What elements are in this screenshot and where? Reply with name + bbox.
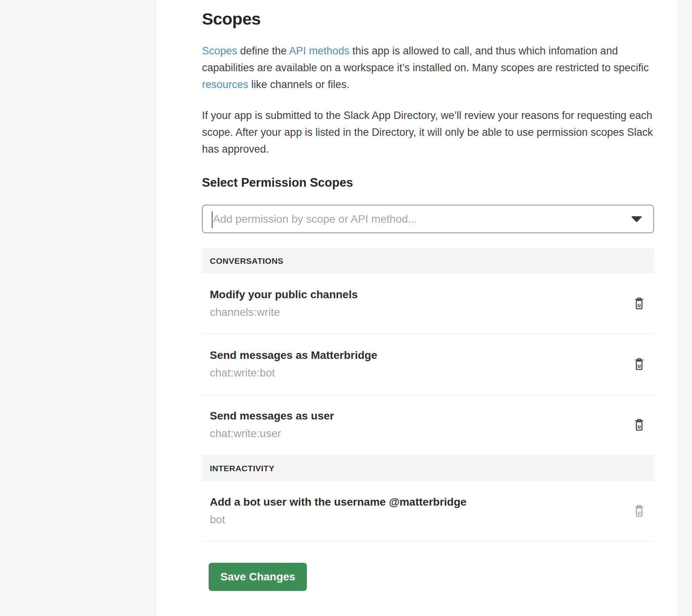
trash-icon	[634, 427, 645, 432]
inline-link[interactable]: resources	[202, 79, 249, 90]
scope-item-name: Modify your public channels	[210, 288, 358, 301]
scope-search-input[interactable]	[203, 205, 653, 232]
scope-item-id: chat:write:bot	[210, 366, 377, 380]
scope-item-id: bot	[210, 513, 467, 526]
delete-scope-button[interactable]	[634, 504, 645, 517]
scope-row: Modify your public channels channels:wri…	[202, 274, 654, 334]
section-header-label: CONVERSATIONS	[210, 256, 283, 266]
scope-item-id: chat:write:user	[210, 427, 334, 440]
app-window: Scopes Scopes define the API methods thi…	[0, 0, 692, 616]
section-header: INTERACTIVITY	[202, 456, 654, 481]
trash-icon	[634, 513, 645, 519]
left-sidebar	[0, 0, 156, 616]
scopes-panel: Scopes Scopes define the API methods thi…	[156, 0, 678, 616]
scope-texts: Modify your public channels channels:wri…	[210, 288, 358, 319]
trash-icon	[634, 366, 645, 372]
delete-scope-button[interactable]	[634, 418, 645, 431]
scope-texts: Add a bot user with the username @matter…	[210, 495, 467, 526]
scope-row: Send messages as Matterbridge chat:write…	[202, 334, 654, 395]
scope-row: Send messages as user chat:write:user	[202, 395, 654, 456]
scope-item-name: Send messages as user	[210, 409, 334, 423]
scope-item-name: Add a bot user with the username @matter…	[210, 495, 467, 509]
section-items: Modify your public channels channels:wri…	[202, 274, 654, 456]
inline-link[interactable]: API methods	[289, 45, 350, 57]
intro-paragraph-2: If your app is submitted to the Slack Ap…	[202, 107, 654, 158]
scope-texts: Send messages as Matterbridge chat:write…	[210, 348, 377, 380]
scope-row: Add a bot user with the username @matter…	[202, 481, 654, 542]
delete-scope-button[interactable]	[634, 358, 645, 371]
page-title: Scopes	[202, 9, 654, 29]
delete-scope-button[interactable]	[634, 297, 645, 310]
scope-texts: Send messages as user chat:write:user	[210, 409, 334, 440]
section-items: Add a bot user with the username @matter…	[202, 481, 654, 542]
chevron-down-icon[interactable]	[631, 216, 642, 222]
scope-item-name: Send messages as Matterbridge	[210, 348, 377, 362]
inline-link[interactable]: Scopes	[202, 45, 237, 57]
text-cursor	[212, 211, 213, 228]
trash-icon	[634, 305, 645, 311]
save-changes-button[interactable]: Save Changes	[209, 563, 307, 591]
save-row: Save Changes	[202, 542, 654, 591]
right-gutter	[678, 0, 692, 616]
scope-section: INTERACTIVITY Add a bot user with the us…	[202, 456, 654, 542]
section-header-label: INTERACTIVITY	[210, 464, 274, 473]
scope-search-box[interactable]	[202, 205, 654, 233]
scope-section: CONVERSATIONS Modify your public channel…	[202, 248, 654, 456]
select-permission-scopes-heading: Select Permission Scopes	[202, 176, 654, 190]
section-header: CONVERSATIONS	[202, 248, 654, 274]
scope-sections: CONVERSATIONS Modify your public channel…	[202, 248, 654, 542]
intro-paragraph-1: Scopes define the API methods this app i…	[202, 43, 654, 93]
scope-item-id: channels:write	[210, 305, 358, 319]
